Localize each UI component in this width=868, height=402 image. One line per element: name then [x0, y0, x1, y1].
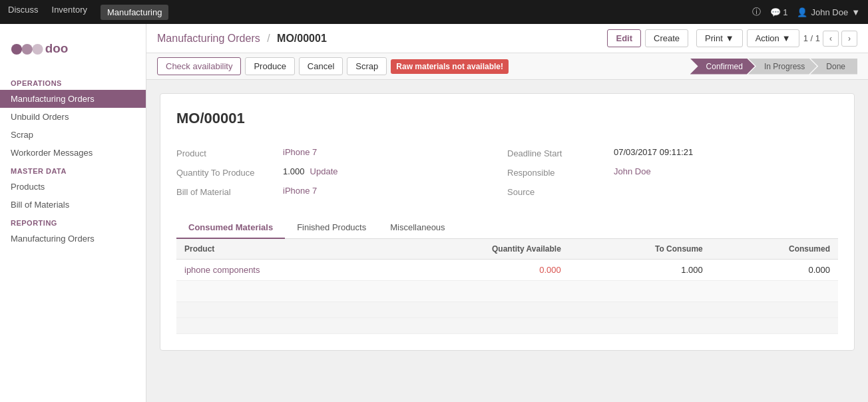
print-dropdown-icon: ▼ — [726, 33, 734, 43]
form-area: MO/00001 Product iPhone 7 Quantity To Pr… — [146, 80, 868, 364]
responsible-value[interactable]: John Doe — [614, 166, 651, 176]
consumed-materials-table: Product Quantity Available To Consume Co… — [176, 239, 838, 334]
chat-icon[interactable]: 💬 1 — [770, 7, 788, 17]
svg-point-1 — [22, 44, 33, 55]
update-button[interactable]: Update — [310, 166, 338, 176]
breadcrumb-current: MO/00001 — [277, 33, 327, 44]
sidebar-logo: doo — [0, 31, 146, 74]
pager: 1 / 1 ‹ › — [803, 31, 857, 47]
sidebar-item-unbuild-orders[interactable]: Unbuild Orders — [0, 108, 146, 126]
sidebar-section-reporting: Reporting — [0, 214, 146, 230]
sidebar: doo Operations Manufacturing Orders Unbu… — [0, 24, 146, 402]
workflow-steps: Confirmed In Progress Done — [690, 59, 857, 75]
deadline-value: 07/03/2017 09:11:21 — [614, 147, 693, 157]
col-product: Product — [176, 239, 380, 260]
table-footer-row-1 — [176, 302, 838, 318]
tabs: Consumed Materials Finished Products Mis… — [176, 217, 838, 239]
nav-discuss[interactable]: Discuss — [8, 5, 39, 20]
svg-point-2 — [32, 44, 43, 55]
sidebar-section-operations: Operations — [0, 74, 146, 90]
deadline-field-row: Deadline Start 07/03/2017 09:11:21 — [507, 143, 838, 162]
sidebar-item-scrap[interactable]: Scrap — [0, 126, 146, 144]
col-qty-available: Quantity Available — [380, 239, 569, 260]
empty-row-1 — [176, 281, 838, 302]
product-label: Product — [176, 147, 283, 158]
main-content: Manufacturing Orders / MO/00001 Edit Cre… — [146, 24, 868, 402]
tab-finished-products[interactable]: Finished Products — [285, 217, 378, 239]
quantity-label: Quantity To Produce — [176, 166, 283, 178]
step-done: Done — [810, 59, 857, 75]
user-dropdown-icon: ▼ — [851, 7, 860, 17]
nav-manufacturing[interactable]: Manufacturing — [101, 5, 168, 20]
pager-next-button[interactable]: › — [841, 31, 857, 47]
breadcrumb-parent[interactable]: Manufacturing Orders — [157, 33, 260, 44]
action-dropdown-icon: ▼ — [782, 33, 791, 43]
layout: doo Operations Manufacturing Orders Unbu… — [0, 24, 868, 402]
svg-text:doo: doo — [45, 41, 69, 55]
sidebar-item-products[interactable]: Products — [0, 178, 146, 196]
row-qty-available: 0.000 — [380, 260, 569, 281]
help-icon[interactable]: ⓘ — [752, 6, 761, 18]
svg-point-0 — [11, 44, 22, 55]
bom-value[interactable]: iPhone 7 — [283, 186, 317, 196]
right-fields: Deadline Start 07/03/2017 09:11:21 Respo… — [507, 143, 838, 201]
col-consumed: Consumed — [711, 239, 838, 260]
quantity-value: 1.000 — [283, 166, 305, 176]
check-availability-button[interactable]: Check availability — [157, 57, 241, 75]
product-field-row: Product iPhone 7 — [176, 143, 507, 162]
pager-prev-button[interactable]: ‹ — [823, 31, 839, 47]
responsible-label: Responsible — [507, 166, 614, 178]
row-consumed: 0.000 — [711, 260, 838, 281]
sidebar-item-manufacturing-orders[interactable]: Manufacturing Orders — [0, 90, 146, 108]
top-nav-left: Discuss Inventory Manufacturing — [8, 5, 168, 20]
create-button[interactable]: Create — [645, 29, 688, 47]
user-menu[interactable]: 👤 John Doe ▼ — [797, 7, 860, 17]
row-product[interactable]: iphone components — [176, 260, 380, 281]
user-avatar-icon: 👤 — [797, 7, 807, 17]
top-nav: Discuss Inventory Manufacturing ⓘ 💬 1 👤 … — [0, 0, 868, 24]
form-title: MO/00001 — [176, 110, 838, 127]
header-bar: Manufacturing Orders / MO/00001 Edit Cre… — [146, 24, 868, 53]
scrap-button[interactable]: Scrap — [347, 57, 387, 75]
bom-label: Bill of Material — [176, 186, 283, 197]
form-fields: Product iPhone 7 Quantity To Produce 1.0… — [176, 143, 838, 201]
header-right: Edit Create Print ▼ Action ▼ 1 / 1 ‹ › — [607, 29, 857, 47]
col-to-consume: To Consume — [569, 239, 711, 260]
user-name: John Doe — [811, 7, 848, 17]
status-bar: Check availability Produce Cancel Scrap … — [146, 53, 868, 80]
source-field-row: Source — [507, 182, 838, 201]
sidebar-item-workorder-messages[interactable]: Workorder Messages — [0, 144, 146, 162]
table-row: iphone components 0.000 1.000 0.000 — [176, 260, 838, 281]
nav-inventory[interactable]: Inventory — [52, 5, 87, 20]
print-button[interactable]: Print ▼ — [696, 29, 743, 47]
tab-consumed-materials[interactable]: Consumed Materials — [176, 217, 285, 239]
table-header: Product Quantity Available To Consume Co… — [176, 239, 838, 260]
form-card: MO/00001 Product iPhone 7 Quantity To Pr… — [160, 93, 855, 351]
breadcrumb-separator: / — [267, 33, 270, 44]
pager-count: 1 / 1 — [803, 33, 820, 43]
step-confirmed: Confirmed — [690, 59, 755, 75]
left-fields: Product iPhone 7 Quantity To Produce 1.0… — [176, 143, 507, 201]
table-body: iphone components 0.000 1.000 0.000 — [176, 260, 838, 334]
produce-button[interactable]: Produce — [245, 57, 294, 75]
odoo-logo-icon: doo — [11, 37, 71, 61]
quantity-row: 1.000 Update — [283, 166, 337, 176]
quantity-field-row: Quantity To Produce 1.000 Update — [176, 162, 507, 182]
sidebar-item-bill-of-materials[interactable]: Bill of Materials — [0, 196, 146, 214]
row-to-consume: 1.000 — [569, 260, 711, 281]
tab-miscellaneous[interactable]: Miscellaneous — [378, 217, 457, 239]
edit-button[interactable]: Edit — [607, 29, 641, 47]
source-label: Source — [507, 186, 614, 197]
breadcrumb: Manufacturing Orders / MO/00001 — [157, 33, 327, 45]
action-button[interactable]: Action ▼ — [747, 29, 799, 47]
product-value[interactable]: iPhone 7 — [283, 147, 317, 157]
responsible-field-row: Responsible John Doe — [507, 162, 838, 182]
top-nav-right: ⓘ 💬 1 👤 John Doe ▼ — [752, 6, 860, 18]
cancel-button[interactable]: Cancel — [299, 57, 343, 75]
raw-materials-badge: Raw materials not available! — [391, 59, 509, 74]
step-in-progress: In Progress — [748, 59, 817, 75]
table-footer-row-2 — [176, 318, 838, 334]
sidebar-item-reporting-manufacturing-orders[interactable]: Manufacturing Orders — [0, 230, 146, 248]
sidebar-section-master-data: Master Data — [0, 162, 146, 178]
deadline-label: Deadline Start — [507, 147, 614, 158]
